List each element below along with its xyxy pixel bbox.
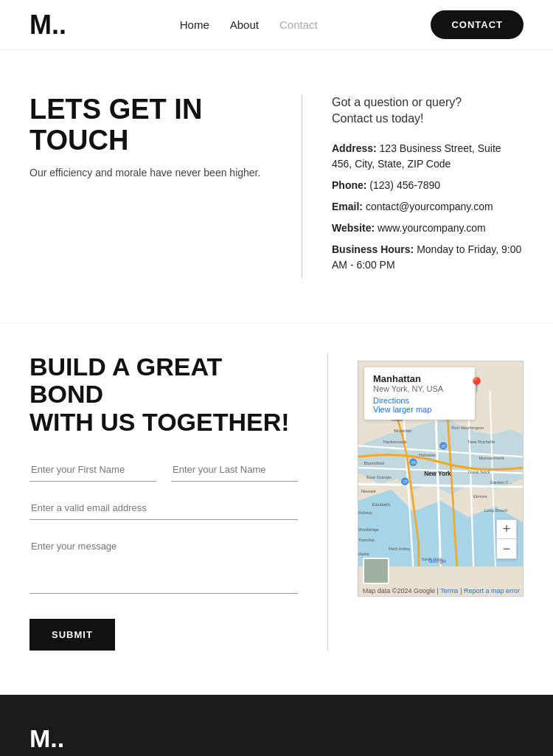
nav-contact[interactable]: Contact xyxy=(279,18,318,31)
touch-tagline: Got a question or query? Contact us toda… xyxy=(332,94,524,128)
nav: Home About Contact xyxy=(180,18,318,31)
svg-text:New Rochelle: New Rochelle xyxy=(468,439,495,443)
svg-text:Perth Amboy: Perth Amboy xyxy=(389,546,411,550)
svg-text:Newark: Newark xyxy=(361,488,376,493)
message-input[interactable] xyxy=(29,535,298,594)
svg-text:Port Washington: Port Washington xyxy=(451,426,484,430)
svg-text:Woodbridge: Woodbridge xyxy=(358,527,379,531)
touch-subheading: Our efficiency and morale have never bee… xyxy=(29,167,272,178)
contact-button[interactable]: CONTACT xyxy=(431,10,524,39)
touch-right: Got a question or query? Contact us toda… xyxy=(302,94,524,279)
touch-heading: LETS GET IN TOUCH xyxy=(29,94,272,156)
email-input[interactable] xyxy=(29,496,298,520)
svg-text:New York: New York xyxy=(424,471,451,477)
svg-text:95: 95 xyxy=(411,460,416,465)
nav-home[interactable]: Home xyxy=(180,18,209,31)
svg-text:Hoboken: Hoboken xyxy=(419,453,437,457)
svg-text:27: 27 xyxy=(403,479,408,484)
first-name-input[interactable] xyxy=(29,458,156,482)
map-thumbnail xyxy=(363,558,389,584)
svg-text:Hazlet: Hazlet xyxy=(358,552,369,556)
map-terms-link[interactable]: Terms xyxy=(440,587,459,594)
map-directions-link[interactable]: Directions xyxy=(373,396,466,405)
email-field-wrap xyxy=(29,496,298,520)
svg-text:East Orange: East Orange xyxy=(366,475,392,479)
svg-text:Long Beach: Long Beach xyxy=(484,507,508,512)
hours-line: Business Hours: Monday to Friday, 9:00 A… xyxy=(332,242,524,273)
map-info-box: Manhattan New York, NY, USA Directions V… xyxy=(364,367,475,420)
map-place-location: New York, NY, USA xyxy=(373,384,466,393)
bond-heading: BUILD A GREAT BOND WITH US TOGETHER! xyxy=(29,353,298,436)
map-place-name: Manhattan xyxy=(373,373,466,384)
footer: M. ADDRESS 123 Business Street, Suite 45… xyxy=(0,695,553,756)
bond-left: BUILD A GREAT BOND WITH US TOGETHER! SUB… xyxy=(29,353,328,651)
get-in-touch-section: LETS GET IN TOUCH Our efficiency and mor… xyxy=(0,50,553,323)
header: M. Home About Contact CONTACT xyxy=(0,0,553,50)
map-pin-icon: 📍 xyxy=(467,376,486,394)
svg-text:Township: Township xyxy=(358,538,375,542)
nav-about[interactable]: About xyxy=(230,18,259,31)
svg-text:Montclair: Montclair xyxy=(394,429,411,433)
address-line: Address: 123 Business Street, Suite 456,… xyxy=(332,141,524,172)
svg-text:Bloomfield: Bloomfield xyxy=(364,461,384,465)
email-line: Email: contact@yourcompany.com xyxy=(332,199,524,215)
svg-text:Elmont: Elmont xyxy=(473,494,487,499)
svg-text:Garden C...: Garden C... xyxy=(490,480,512,485)
phone-line: Phone: (123) 456-7890 xyxy=(332,178,524,193)
map-zoom-in[interactable]: + xyxy=(497,520,516,539)
bond-section: BUILD A GREAT BOND WITH US TOGETHER! SUB… xyxy=(0,323,553,695)
svg-text:Hackensack: Hackensack xyxy=(383,439,406,443)
submit-button[interactable]: SUBMIT xyxy=(29,619,115,651)
footer-logo: M. xyxy=(29,724,64,753)
touch-left: LETS GET IN TOUCH Our efficiency and mor… xyxy=(29,94,302,279)
website-line: Website: www.yourcompany.com xyxy=(332,221,524,236)
svg-text:Rahway: Rahway xyxy=(358,510,372,515)
map-zoom-controls: + − xyxy=(496,519,517,559)
map-report-link[interactable]: Report a map error xyxy=(464,587,520,594)
contact-info: Address: 123 Business Street, Suite 456,… xyxy=(332,141,524,273)
svg-text:le: le xyxy=(442,558,447,563)
svg-text:Mamaroneck: Mamaroneck xyxy=(479,456,504,460)
map-zoom-out[interactable]: − xyxy=(497,539,516,558)
map-container: Hackensack Bloomfield East Orange Newark… xyxy=(358,361,524,597)
bond-right: Hackensack Bloomfield East Orange Newark… xyxy=(328,353,524,651)
last-name-input[interactable] xyxy=(171,458,298,482)
map-larger-link[interactable]: View larger map xyxy=(373,405,466,414)
svg-text:Elizabeth: Elizabeth xyxy=(372,502,390,507)
name-row xyxy=(29,458,298,482)
logo: M. xyxy=(29,12,66,38)
svg-text:Goo: Goo xyxy=(428,558,438,563)
svg-text:Great Neck: Great Neck xyxy=(468,469,490,474)
svg-text:87: 87 xyxy=(442,443,446,448)
map-attribution: Map data ©2024 Google | Terms | Report a… xyxy=(363,587,520,594)
message-field-wrap xyxy=(29,535,298,597)
